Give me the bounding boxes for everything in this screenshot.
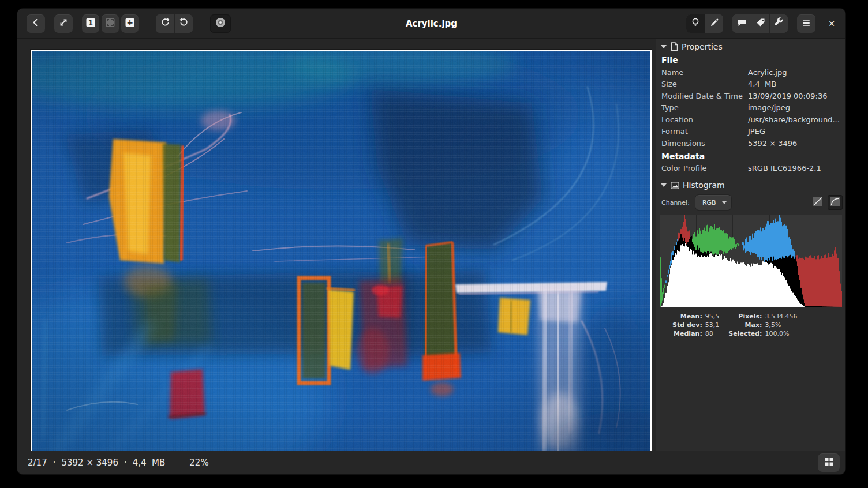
histogram-expander[interactable]: Histogram	[656, 178, 845, 192]
max-label: Max:	[728, 321, 765, 329]
view-mode-group	[686, 14, 723, 33]
document-icon	[671, 42, 678, 51]
rotate-left-icon	[160, 17, 170, 30]
selected-value: 100,0%	[765, 330, 797, 337]
back-button[interactable]	[27, 14, 45, 33]
menu-button[interactable]	[797, 14, 815, 33]
chevron-down-icon	[722, 201, 727, 204]
prop-row-dimensions: Dimensions 5392 × 3496	[656, 137, 845, 149]
image-dimensions: 5392 × 3496	[61, 457, 118, 468]
rotate-group	[156, 14, 193, 33]
close-button[interactable]: ✕	[822, 14, 841, 33]
properties-sidebar: Properties File Name Acrylic.jpg Size 4,…	[656, 39, 845, 451]
prop-row-name: Name Acrylic.jpg	[656, 66, 845, 78]
prop-row-type: Type image/jpeg	[656, 102, 845, 114]
menu-icon	[802, 18, 811, 29]
properties-expander[interactable]: Properties	[656, 39, 845, 53]
rotate-left-button[interactable]	[156, 14, 174, 33]
linear-scale-icon	[813, 197, 822, 208]
close-icon: ✕	[828, 19, 835, 28]
stddev-label: Std dev:	[672, 321, 705, 329]
max-value: 3,5%	[765, 321, 797, 329]
properties-header-label: Properties	[682, 42, 723, 51]
histogram-stats: Mean: 95,5 Std dev: 53,1 Median: 88 Pixe…	[672, 313, 845, 337]
brush-icon	[709, 17, 720, 30]
thumbnail-grid-button[interactable]	[818, 453, 840, 472]
grid-icon	[825, 457, 833, 468]
status-text: 2/17 · 5392 × 3496 · 4,4 MB 22%	[17, 457, 209, 468]
channel-value: RGB	[702, 199, 722, 207]
comment-button[interactable]	[732, 14, 751, 33]
mean-label: Mean:	[672, 313, 705, 320]
median-label: Median:	[672, 330, 705, 337]
acrylic-painting-image	[32, 51, 650, 452]
wrench-icon	[774, 17, 784, 30]
properties-toggle-button[interactable]	[686, 14, 705, 33]
rotate-right-icon	[179, 17, 189, 30]
pixels-label: Pixels:	[728, 313, 765, 320]
channel-label: Channel:	[661, 199, 690, 207]
image-frame	[31, 50, 652, 453]
image-size: 4,4 MB	[133, 457, 166, 468]
median-value: 88	[705, 330, 720, 337]
prop-row-color-profile: Color Profile sRGB IEC61966-2.1	[656, 163, 845, 175]
fullscreen-arrows-icon	[58, 17, 69, 30]
histogram-chart	[660, 215, 842, 307]
rotate-right-button[interactable]	[174, 14, 193, 33]
app-window: Acrylic.jpg	[17, 9, 845, 474]
expander-triangle-icon	[661, 183, 667, 187]
mean-value: 95,5	[705, 313, 720, 320]
lightbulb-icon	[690, 17, 701, 30]
prop-row-modified: Modified Date & Time 13/09/2019 00:09:36	[656, 90, 845, 102]
target-toggle-button[interactable]	[210, 14, 231, 33]
statusbar: 2/17 · 5392 × 3496 · 4,4 MB 22%	[17, 451, 845, 474]
stats-column-1: Mean: 95,5 Std dev: 53,1 Median: 88	[672, 313, 719, 337]
selected-label: Selected:	[728, 330, 765, 337]
titlebar: Acrylic.jpg	[17, 9, 845, 39]
chevron-left-icon	[31, 17, 41, 30]
annotate-group	[732, 14, 788, 33]
channel-row: Channel: RGB	[656, 193, 845, 212]
zoom-original-icon: 1	[85, 17, 96, 31]
svg-text:1: 1	[88, 19, 93, 27]
target-circle-icon	[215, 17, 226, 31]
channel-dropdown[interactable]: RGB	[695, 195, 731, 210]
histogram-header-label: Histogram	[683, 181, 725, 190]
tag-button[interactable]	[751, 14, 769, 33]
prop-row-size: Size 4,4 MB	[656, 78, 845, 91]
picture-icon	[671, 182, 679, 189]
image-position: 2/17	[28, 457, 47, 468]
zoom-in-icon: +	[124, 17, 136, 31]
histogram-linear-button[interactable]	[811, 196, 825, 209]
zoom-fit-icon	[104, 17, 116, 31]
metadata-section-header: Metadata	[656, 149, 845, 163]
zoom-original-button[interactable]: 1	[82, 14, 99, 33]
stddev-value: 53,1	[705, 321, 720, 329]
prop-row-location: Location /usr/share/background...	[656, 114, 845, 126]
expander-triangle-icon	[661, 45, 667, 48]
histogram-logarithmic-button[interactable]	[828, 195, 843, 210]
tools-button[interactable]	[769, 14, 788, 33]
comment-icon	[736, 17, 747, 30]
file-section-header: File	[656, 53, 845, 66]
stats-column-2: Pixels: 3.534.456 Max: 3,5% Selected: 10…	[728, 313, 797, 337]
zoom-fit-button[interactable]	[102, 14, 119, 33]
logarithmic-scale-icon	[830, 197, 840, 208]
separator-dot: ·	[53, 457, 56, 468]
image-viewer[interactable]	[17, 39, 656, 451]
fullscreen-button[interactable]	[54, 14, 73, 33]
prop-row-format: Format JPEG	[656, 126, 845, 138]
pixels-value: 3.534.456	[765, 313, 797, 320]
zoom-level: 22%	[189, 457, 208, 468]
zoom-in-button[interactable]: +	[121, 14, 139, 33]
edit-button[interactable]	[705, 14, 723, 33]
svg-text:+: +	[126, 18, 133, 27]
separator-dot: ·	[124, 457, 127, 468]
tag-icon	[755, 17, 766, 30]
